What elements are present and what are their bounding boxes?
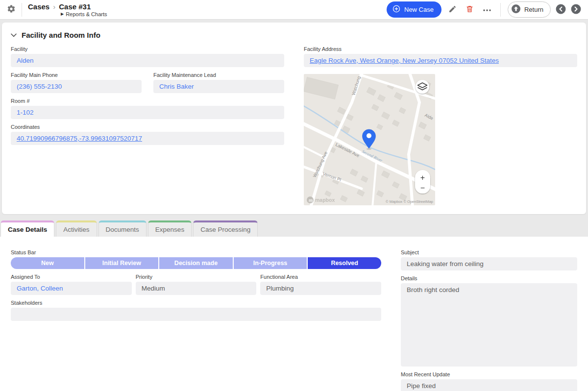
chevron-left-circle-icon <box>556 4 566 16</box>
coordinates-field: 40.71990966796875,-73.99631097520717 <box>11 132 284 145</box>
functional-area-label: Functional Area <box>260 274 381 280</box>
section-collapse-header[interactable]: Facility and Room Info <box>11 30 577 39</box>
recent-update-label: Most Recent Update <box>401 371 577 377</box>
room-label: Room # <box>11 98 284 104</box>
subject-label: Subject <box>401 249 577 255</box>
top-bar: Cases › Case #31 ▶ Reports & Charts New … <box>0 0 588 20</box>
chevron-right-circle-icon <box>571 4 581 16</box>
facility-value-link[interactable]: Alden <box>17 57 34 64</box>
tab-activities[interactable]: Activities <box>56 220 97 237</box>
status-stage-decision-made: Decision made <box>159 257 233 269</box>
reports-charts-link[interactable]: ▶ Reports & Charts <box>61 11 107 17</box>
map-layers-button[interactable] <box>416 80 429 94</box>
maintenance-lead-label: Facility Maintenance Lead <box>153 72 284 78</box>
room-value: 1-102 <box>17 109 34 116</box>
status-stage-in-progress: In-Progress <box>234 257 307 269</box>
status-stage-new: New <box>11 257 84 269</box>
facility-field: Alden <box>11 54 284 67</box>
return-button[interactable]: Return <box>508 1 551 18</box>
room-field: 1-102 <box>11 106 284 119</box>
gear-icon <box>7 4 16 15</box>
pencil-icon <box>448 5 457 15</box>
record-tabs: Case Details Activities Documents Expens… <box>0 220 588 237</box>
previous-record-button[interactable] <box>556 4 566 16</box>
address-label: Facility Address <box>304 46 577 52</box>
section-title: Facility and Room Info <box>22 31 100 39</box>
chevron-down-icon <box>11 30 17 39</box>
divider <box>22 3 22 17</box>
facility-map[interactable]: Watchung Watchung Ave Lakeside Ave Verno… <box>304 74 435 205</box>
zoom-in-button[interactable]: + <box>420 173 425 182</box>
breadcrumb-separator: › <box>53 2 55 11</box>
status-bar: New Initial Review Decision made In-Prog… <box>11 257 381 269</box>
zoom-out-button[interactable]: − <box>420 184 425 192</box>
new-case-button[interactable]: New Case <box>387 1 441 18</box>
recent-update-field: Pipe fixed <box>401 379 577 391</box>
priority-field: Medium <box>136 282 257 295</box>
stakeholders-field <box>11 308 381 321</box>
functional-area-field: Plumbing <box>260 282 381 295</box>
svg-text:mapbox: mapbox <box>315 197 335 203</box>
map-attribution[interactable]: © Mapbox © OpenStreetMap <box>386 199 433 204</box>
status-stage-initial-review: Initial Review <box>85 257 159 269</box>
coordinates-label: Coordinates <box>11 124 284 130</box>
phone-value-link[interactable]: (236) 555-2130 <box>17 83 62 90</box>
stakeholders-label: Stakeholders <box>11 300 381 306</box>
tab-case-processing[interactable]: Case Processing <box>193 220 258 237</box>
tab-expenses[interactable]: Expenses <box>148 220 192 237</box>
assigned-to-field: Garton, Colleen <box>11 282 132 295</box>
edit-button[interactable] <box>446 3 459 17</box>
status-bar-label: Status Bar <box>11 249 381 255</box>
settings-gear-button[interactable] <box>5 2 18 17</box>
mapbox-logo: m mapbox <box>307 196 335 203</box>
phone-label: Facility Main Phone <box>11 72 142 78</box>
details-label: Details <box>401 275 577 281</box>
assigned-to-value-link[interactable]: Garton, Colleen <box>17 285 63 292</box>
plus-circle-icon <box>392 5 400 14</box>
arrow-up-circle-icon <box>511 4 521 15</box>
case-details-panel: Status Bar New Initial Review Decision m… <box>0 237 588 391</box>
coordinates-value-link[interactable]: 40.71990966796875,-73.99631097520717 <box>17 135 142 142</box>
breadcrumb: Cases › Case #31 ▶ Reports & Charts <box>28 2 107 17</box>
delete-button[interactable] <box>464 3 476 17</box>
ellipsis-icon <box>483 6 491 13</box>
address-field: Eagle Rock Ave, West Orange, New Jersey … <box>304 54 577 67</box>
tab-documents[interactable]: Documents <box>98 220 147 237</box>
more-menu-button[interactable] <box>481 4 493 15</box>
next-record-button[interactable] <box>571 4 581 16</box>
facility-label: Facility <box>11 46 284 52</box>
triangle-right-icon: ▶ <box>61 12 64 16</box>
tab-case-details[interactable]: Case Details <box>0 220 54 237</box>
subject-field: Leaking water from ceiling <box>401 257 577 270</box>
status-stage-resolved: Resolved <box>308 257 381 269</box>
breadcrumb-root-link[interactable]: Cases <box>28 2 49 11</box>
details-field: Broth right corded <box>401 283 577 367</box>
maintenance-lead-field: Chris Baker <box>153 80 284 93</box>
phone-field: (236) 555-2130 <box>11 80 142 93</box>
assigned-to-label: Assigned To <box>11 274 132 280</box>
priority-label: Priority <box>136 274 257 280</box>
trash-icon <box>466 5 474 15</box>
address-value-link[interactable]: Eagle Rock Ave, West Orange, New Jersey … <box>310 57 499 64</box>
divider <box>500 3 501 17</box>
facility-room-info-section: Facility and Room Info Facility Alden Fa… <box>2 23 586 214</box>
page-title: Case #31 <box>59 2 91 11</box>
svg-text:m: m <box>309 198 313 203</box>
maintenance-lead-value-link[interactable]: Chris Baker <box>159 83 194 90</box>
